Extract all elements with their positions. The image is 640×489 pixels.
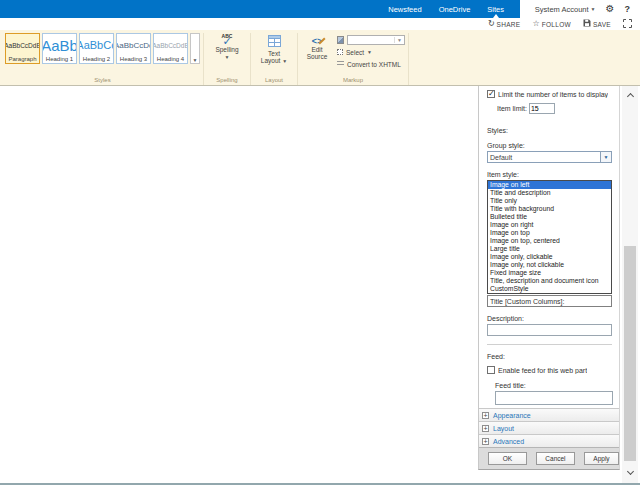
limit-items-label: Limit the number of items to display — [498, 91, 608, 98]
styles-heading: Styles: — [487, 127, 612, 134]
style-sample: AaBbCcDdE — [154, 34, 187, 56]
ok-button[interactable]: OK — [488, 452, 527, 465]
chevron-down-icon — [626, 467, 633, 474]
limit-items-checkbox[interactable]: ✓ — [487, 90, 495, 98]
item-style-option[interactable]: Image only, not clickable — [488, 261, 611, 269]
page-content-area: ✓ Limit the number of items to display I… — [0, 86, 640, 483]
enable-feed-row: Enable feed for this web part — [487, 366, 612, 374]
style-tile-heading3[interactable]: AaBbCcDc Heading 3 — [116, 33, 151, 64]
chevron-down-icon: ▼ — [604, 154, 609, 160]
table-layout-icon — [268, 35, 281, 48]
style-tile-paragraph[interactable]: AaBbCcDdE Paragraph — [5, 33, 40, 64]
suite-link-newsfeed[interactable]: Newsfeed — [388, 0, 421, 18]
spelling-label: Spelling — [215, 46, 238, 53]
expand-plus-icon[interactable]: + — [482, 425, 489, 432]
bottom-padding — [0, 485, 640, 489]
item-style-option[interactable]: Large title — [488, 245, 611, 253]
item-style-option[interactable]: Title with background — [488, 205, 611, 213]
text-layout-label-2: Layout ▼ — [261, 57, 287, 65]
description-label: Description: — [487, 315, 612, 322]
scrollbar-thumb[interactable] — [624, 246, 636, 461]
item-style-option[interactable]: Image on right — [488, 221, 611, 229]
suite-bar-blue-area: Newsfeed OneDrive Sites — [0, 0, 520, 18]
dropdown-arrow-button[interactable]: ▼ — [600, 152, 611, 162]
style-gallery-more-button[interactable]: ▼ — [190, 33, 200, 64]
ribbon-group-layout: Text Layout ▼ Layout — [251, 33, 298, 85]
item-style-option[interactable]: Title only — [488, 197, 611, 205]
item-style-option[interactable]: Fixed image size — [488, 269, 611, 277]
text-layout-button[interactable]: Text Layout ▼ — [254, 33, 294, 65]
item-style-option[interactable]: Bulleted title — [488, 213, 611, 221]
share-label: SHARE — [497, 21, 521, 28]
item-style-option[interactable]: Title, description and document icon — [488, 277, 611, 285]
item-style-label: Item style: — [487, 171, 612, 178]
cancel-button[interactable]: Cancel — [536, 452, 575, 465]
suite-link-sites[interactable]: Sites — [487, 0, 504, 18]
edit-source-icon: <> — [312, 36, 323, 46]
focus-on-content-button[interactable] — [623, 19, 632, 30]
tool-pane-footer: OK Cancel Apply — [479, 447, 619, 469]
edit-source-button[interactable]: <> Edit Source — [301, 33, 333, 60]
vertical-scrollbar[interactable] — [622, 86, 638, 483]
apply-button[interactable]: Apply — [584, 452, 619, 465]
help-icon[interactable]: ? — [625, 4, 631, 14]
select-button[interactable]: Select ▼ — [337, 47, 405, 57]
expand-plus-icon[interactable]: + — [482, 412, 489, 419]
scroll-down-button[interactable] — [622, 466, 638, 479]
description-input[interactable] — [487, 324, 612, 336]
share-button[interactable]: ↻ SHARE — [488, 20, 521, 28]
style-tile-heading1[interactable]: AaBb Heading 1 — [42, 33, 77, 64]
focus-icon — [623, 19, 632, 30]
section-label: Appearance — [493, 412, 531, 419]
chevron-down-icon: ▼ — [394, 37, 404, 43]
markup-buttons-column: ▼ Select ▼ Convert to XHTML — [337, 33, 405, 69]
follow-button[interactable]: ☆ FOLLOW — [533, 20, 571, 28]
item-style-option[interactable]: CustomStyle — [488, 285, 611, 293]
section-appearance[interactable]: + Appearance — [479, 408, 619, 421]
group-style-dropdown[interactable]: Default ▼ — [487, 151, 612, 163]
style-tile-heading4[interactable]: AaBbCcDdE Heading 4 — [153, 33, 188, 64]
style-sample: AaBbCcDc — [117, 34, 150, 56]
styles-group-label: Styles — [5, 76, 200, 85]
markup-language-combobox[interactable]: ▼ — [347, 35, 405, 45]
enable-feed-checkbox[interactable] — [487, 366, 495, 374]
suite-bar: Newsfeed OneDrive Sites System Account ▼… — [0, 0, 640, 18]
markup-language-row: ▼ — [337, 35, 405, 45]
chevron-up-icon — [626, 92, 633, 99]
item-limit-label: Item limit: — [497, 105, 527, 112]
spelling-button[interactable]: ABC ✓ Spelling ▼ — [207, 33, 247, 61]
account-menu[interactable]: System Account ▼ — [535, 5, 596, 14]
select-element-icon — [337, 49, 343, 55]
item-style-option[interactable]: Image on top, centered — [488, 237, 611, 245]
gear-icon[interactable]: ⚙ — [606, 4, 615, 14]
save-icon — [583, 19, 591, 29]
active-site-notch — [493, 14, 499, 18]
divider — [487, 344, 612, 345]
scroll-up-button[interactable] — [622, 88, 638, 101]
item-style-option[interactable]: Image only, clickable — [488, 253, 611, 261]
convert-to-xhtml-button[interactable]: Convert to XHTML — [337, 59, 405, 69]
convert-xhtml-icon — [337, 61, 344, 67]
section-advanced[interactable]: + Advanced — [479, 434, 619, 447]
style-name: Heading 4 — [154, 56, 187, 63]
tool-pane-body: ✓ Limit the number of items to display I… — [479, 86, 619, 408]
item-style-option[interactable]: Image on top — [488, 229, 611, 237]
text-layout-label-2-text: Layout — [261, 57, 281, 64]
expand-plus-icon[interactable]: + — [482, 438, 489, 445]
suite-link-onedrive[interactable]: OneDrive — [439, 0, 471, 18]
style-sample: AaBbCc — [80, 34, 113, 56]
item-style-option[interactable]: Title and description — [488, 189, 611, 197]
group-style-value: Default — [488, 154, 600, 161]
spelling-group-label: Spelling — [207, 76, 247, 85]
chevron-down-icon: ▼ — [367, 49, 372, 55]
item-style-option[interactable]: Image on left — [488, 181, 611, 189]
chevron-down-icon: ▼ — [282, 58, 287, 64]
feed-title-label: Feed title: — [495, 382, 612, 389]
fields-listbox[interactable]: Title [Custom Columns]: — [487, 295, 612, 307]
text-layout-label-1: Text — [268, 50, 280, 57]
section-layout[interactable]: + Layout — [479, 421, 619, 434]
save-button[interactable]: SAVE — [583, 19, 611, 29]
item-limit-input[interactable] — [529, 103, 555, 114]
feed-title-input[interactable] — [495, 391, 613, 405]
style-tile-heading2[interactable]: AaBbCc Heading 2 — [79, 33, 114, 64]
